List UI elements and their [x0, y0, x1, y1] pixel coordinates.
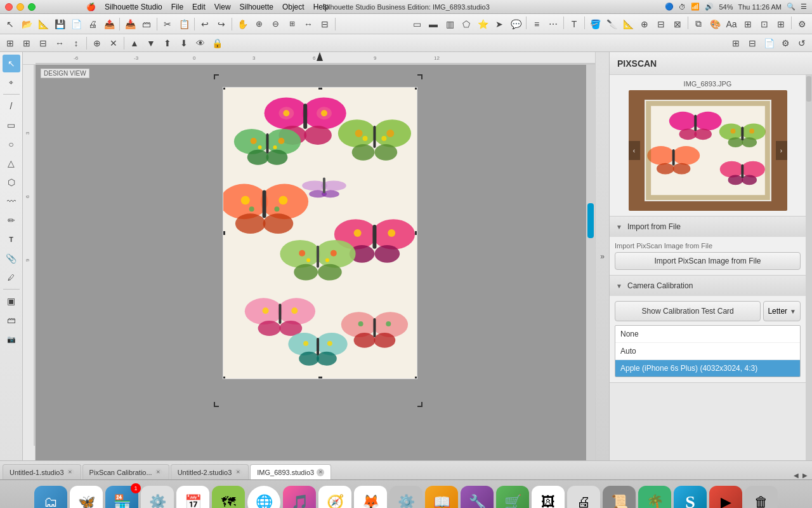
handle-bm[interactable]: [318, 377, 322, 379]
menu-extras-icon[interactable]: ☰: [801, 3, 807, 11]
dock-photos[interactable]: 🦋: [70, 486, 103, 509]
show-calibration-button[interactable]: Show Calibration Test Card: [615, 301, 761, 321]
tool2-subtract2[interactable]: ✕: [106, 36, 121, 51]
tool-pointer[interactable]: ↖: [3, 55, 20, 72]
tool-arrange[interactable]: ⊟: [317, 17, 332, 32]
tool2-ungroup[interactable]: ⊟: [36, 36, 51, 51]
menu-silhouette-studio[interactable]: Silhouette Studio: [105, 3, 162, 11]
tool2-right1[interactable]: ⊞: [728, 36, 743, 51]
menu-edit[interactable]: Edit: [192, 3, 206, 11]
menu-bar[interactable]: 🍎 Silhouette Studio File Edit View Silho…: [86, 3, 329, 11]
tool-more1[interactable]: ⊡: [757, 17, 772, 32]
tool-knife[interactable]: 🔪: [604, 17, 619, 32]
dock-itunes[interactable]: 🎵: [283, 486, 316, 509]
tool-pencil[interactable]: ✏: [3, 211, 20, 229]
tool-text-add[interactable]: T: [3, 231, 20, 248]
tool-undo[interactable]: ↩: [197, 17, 213, 32]
tool-node-edit[interactable]: ⌖: [3, 74, 20, 91]
dock-photo2[interactable]: 🌴: [638, 486, 671, 509]
tool-star[interactable]: ⭐: [475, 17, 490, 32]
scroll-thumb-vertical[interactable]: [587, 203, 594, 238]
tool2-front[interactable]: ▲: [127, 36, 142, 51]
dock-chrome[interactable]: 🌐: [247, 486, 280, 509]
tool2-right3[interactable]: 📄: [761, 36, 776, 51]
dock-store[interactable]: 🛒: [496, 486, 529, 509]
tool-zoom-in[interactable]: ⊕: [251, 17, 266, 32]
tool2-select-all[interactable]: ⊞: [3, 36, 18, 51]
scroll-right-icon[interactable]: ▶: [801, 471, 809, 479]
canvas-content[interactable]: DESIGN VIEW: [36, 65, 595, 460]
tab-untitled1[interactable]: Untitled-1.studio3 ✕: [3, 464, 81, 479]
dock-appstore[interactable]: 🏪 1: [105, 486, 138, 509]
tool-more2[interactable]: ⊞: [773, 17, 789, 32]
handle-ml[interactable]: [223, 231, 225, 235]
handle-tr[interactable]: [415, 87, 417, 90]
tool-callout[interactable]: 💬: [508, 17, 523, 32]
tool-select[interactable]: ↖: [3, 17, 18, 32]
tool-draw-wave[interactable]: 〰: [3, 192, 20, 210]
tool-intersect[interactable]: ⊠: [670, 17, 685, 32]
handle-tl[interactable]: [223, 87, 225, 90]
tool-fill[interactable]: 🪣: [587, 17, 603, 32]
maximize-button[interactable]: [28, 3, 36, 11]
tab-img6893[interactable]: IMG_6893.studio3 ✕: [250, 464, 331, 479]
tab-close-img6893[interactable]: ✕: [317, 469, 324, 476]
option-iphone6s[interactable]: Apple (iPhone 6s Plus) (4032x3024, 4:3): [615, 360, 800, 377]
dock-utility[interactable]: 📖: [425, 486, 458, 509]
tool-library[interactable]: 🗃: [139, 17, 154, 32]
tool-color-sync[interactable]: 🎨: [707, 17, 723, 32]
tool-arrow[interactable]: ➤: [492, 17, 507, 32]
tool-tape[interactable]: 📎: [3, 250, 20, 267]
tool-shape1[interactable]: ▭: [409, 17, 424, 32]
tool-draw-poly[interactable]: ⬡: [3, 173, 20, 191]
dock-silhouette[interactable]: S: [674, 486, 707, 509]
scroll-left-icon[interactable]: ◀: [792, 471, 801, 479]
search-icon[interactable]: 🔍: [787, 3, 796, 11]
tool-paint[interactable]: 🖊: [3, 269, 20, 286]
tool2-front2[interactable]: ⬆: [160, 36, 175, 51]
menu-file[interactable]: File: [171, 3, 183, 11]
tab-pixscan[interactable]: PixScan Calibratio... ✕: [82, 464, 169, 479]
tool-layers[interactable]: ▣: [3, 292, 20, 310]
panel-scrollbar[interactable]: [806, 75, 812, 460]
tool2-flip-h[interactable]: ↔: [52, 36, 67, 51]
tool-draw-triangle[interactable]: △: [3, 154, 20, 172]
tool-shape3[interactable]: ▥: [442, 17, 457, 32]
tool-import[interactable]: 📥: [122, 17, 138, 32]
tool-weld[interactable]: ⊕: [637, 17, 652, 32]
tool-hand[interactable]: ✋: [235, 17, 250, 32]
dock-print[interactable]: 🖨: [567, 486, 600, 509]
tool-eraser[interactable]: 📐: [620, 17, 636, 32]
tool-draw-ellipse[interactable]: ○: [3, 135, 20, 153]
panel-scroll-thumb[interactable]: [806, 76, 811, 102]
tool-zoom-out[interactable]: ⊖: [268, 17, 283, 32]
tool-open[interactable]: 📂: [19, 17, 34, 32]
tool2-lock[interactable]: 🔒: [209, 36, 225, 51]
option-none[interactable]: None: [615, 326, 800, 343]
menu-view[interactable]: View: [214, 3, 231, 11]
tool-text[interactable]: T: [566, 17, 582, 32]
tool-send[interactable]: 📤: [102, 17, 117, 32]
handle-br[interactable]: [415, 377, 417, 379]
dock-sysprefs2[interactable]: ⚙️: [390, 486, 422, 509]
canvas-image[interactable]: [223, 87, 417, 379]
tool-print[interactable]: 🖨: [85, 17, 100, 32]
tool-library2[interactable]: 🗃: [3, 311, 20, 329]
dock-sysprefs[interactable]: ⚙️: [141, 486, 174, 509]
tool2-right2[interactable]: ⊟: [745, 36, 760, 51]
dock-flash[interactable]: ▶: [709, 486, 742, 509]
preview-nav-right[interactable]: ›: [776, 141, 787, 160]
minimize-button[interactable]: [16, 3, 24, 11]
handle-mr[interactable]: [415, 231, 417, 235]
import-file-button[interactable]: Import PixScan Image from File: [615, 252, 801, 270]
handle-bl[interactable]: [223, 377, 225, 379]
tab-close-pixscan[interactable]: ✕: [155, 469, 162, 476]
menu-silhouette[interactable]: Silhouette: [240, 3, 273, 11]
apple-menu[interactable]: 🍎: [86, 3, 96, 11]
tool-settings[interactable]: ⚙: [794, 17, 809, 32]
tool-sketch[interactable]: Aa: [724, 17, 739, 32]
option-auto[interactable]: Auto: [615, 343, 800, 360]
tool-pentagon[interactable]: ⬠: [459, 17, 474, 32]
menu-object[interactable]: Object: [282, 3, 304, 11]
panel-expand-button[interactable]: »: [595, 52, 609, 460]
